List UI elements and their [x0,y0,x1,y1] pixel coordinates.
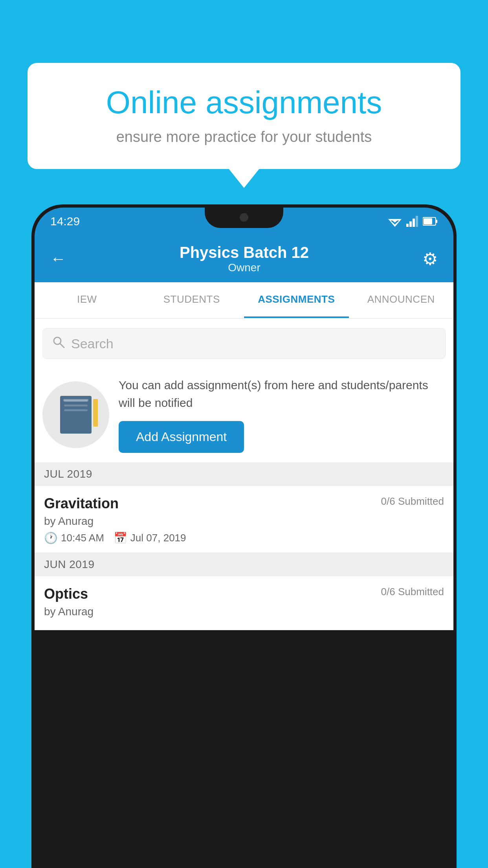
tab-announcements[interactable]: ANNOUNCEN [349,282,454,318]
speech-bubble: Online assignments ensure more practice … [28,63,460,169]
assignment-submitted-gravitation: 0/6 Submitted [381,495,444,508]
notch [205,208,283,228]
notebook-icon [60,396,92,434]
tab-iew[interactable]: IEW [35,282,139,318]
add-assignment-button[interactable]: Add Assignment [119,421,244,453]
pencil-icon [93,399,98,427]
promo-description: You can add assignment(s) from here and … [119,376,446,412]
speech-bubble-subtitle: ensure more practice for your students [55,129,433,145]
status-time: 14:29 [50,215,80,228]
wifi-icon [388,216,402,227]
battery-icon [423,217,438,226]
assignment-by-optics: by Anurag [44,605,444,618]
header-subtitle: Owner [180,261,309,274]
promo-icon-circle [42,381,109,448]
svg-rect-9 [424,218,432,224]
clock-icon: 🕐 [44,531,58,544]
svg-rect-3 [406,224,409,227]
phone-frame: 14:29 [31,204,457,868]
svg-rect-8 [436,220,437,223]
assignment-top: Gravitation 0/6 Submitted [44,495,444,512]
assignment-date-value: Jul 07, 2019 [130,532,186,544]
signal-icon [406,216,418,227]
search-bar[interactable]: Search [42,328,446,359]
assignment-item-gravitation[interactable]: Gravitation 0/6 Submitted by Anurag 🕐 10… [35,486,453,553]
speech-bubble-title: Online assignments [55,85,433,121]
search-svg-icon [52,336,65,348]
search-icon [52,336,65,351]
svg-rect-6 [416,216,418,227]
status-icons [388,216,438,227]
header-center: Physics Batch 12 Owner [180,244,309,274]
section-jun-2019: JUN 2019 [35,553,453,576]
assignment-time-value: 10:45 AM [61,532,104,544]
back-button[interactable]: ← [50,250,66,268]
screen-content: Search You can add assignment(s) fr [35,319,453,630]
assignment-name-gravitation: Gravitation [44,495,119,512]
assignment-top-optics: Optics 0/6 Submitted [44,586,444,602]
promo-block: You can add assignment(s) from here and … [35,367,453,462]
section-jul-2019: JUL 2019 [35,462,453,486]
tab-assignments[interactable]: ASSIGNMENTS [244,282,349,318]
svg-rect-4 [409,221,412,227]
assignment-meta-gravitation: 🕐 10:45 AM 📅 Jul 07, 2019 [44,531,444,544]
camera-dot [240,213,248,222]
promo-text-block: You can add assignment(s) from here and … [119,376,446,453]
svg-line-11 [60,344,64,348]
assignment-time-gravitation: 🕐 10:45 AM [44,531,104,544]
assignment-item-optics[interactable]: Optics 0/6 Submitted by Anurag [35,576,453,630]
svg-rect-5 [413,219,415,227]
tab-students[interactable]: STUDENTS [139,282,244,318]
assignment-by-gravitation: by Anurag [44,515,444,528]
calendar-icon: 📅 [114,531,127,544]
speech-bubble-container: Online assignments ensure more practice … [28,63,460,169]
assignment-name-optics: Optics [44,586,88,602]
tabs: IEW STUDENTS ASSIGNMENTS ANNOUNCEN [35,282,453,319]
settings-icon[interactable]: ⚙ [422,249,438,269]
status-bar: 14:29 [35,208,453,235]
phone-inner: 14:29 [35,208,453,868]
assignment-date-gravitation: 📅 Jul 07, 2019 [114,531,186,544]
header-title: Physics Batch 12 [180,244,309,261]
search-placeholder: Search [71,336,114,351]
assignment-submitted-optics: 0/6 Submitted [381,586,444,598]
app-header: ← Physics Batch 12 Owner ⚙ [35,235,453,282]
